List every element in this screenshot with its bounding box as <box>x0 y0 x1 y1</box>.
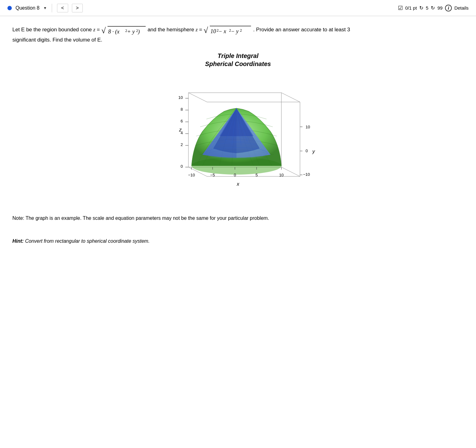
svg-text:√: √ <box>204 26 208 35</box>
svg-text:6: 6 <box>181 119 183 123</box>
retry-icon: ↻ <box>419 5 423 11</box>
graph-svg-wrapper: z 10 8 6 4 2 0 −10 −5 0 5 10 <box>157 74 319 204</box>
svg-line-24 <box>188 93 207 102</box>
svg-text:0: 0 <box>306 149 308 153</box>
problem-intro: Let E be the region bounded cone z = <box>12 27 101 33</box>
svg-text:−10: −10 <box>303 172 310 177</box>
question-dot-icon <box>7 6 12 10</box>
svg-text:10: 10 <box>178 95 183 100</box>
svg-text:8: 8 <box>181 107 183 112</box>
eq2: √ 10 2 − x 2 − y 2 <box>204 27 253 33</box>
svg-text:10: 10 <box>279 173 284 177</box>
info-icon[interactable]: i <box>445 5 452 11</box>
score-checkbox-icon: ☑ <box>398 5 403 11</box>
svg-text:5: 5 <box>255 173 258 177</box>
nav-divider <box>52 4 52 12</box>
svg-text:√: √ <box>101 26 106 35</box>
svg-line-19 <box>281 93 300 102</box>
score-text: 0/1 pt <box>405 5 417 11</box>
retry-count: 5 <box>426 5 428 11</box>
header: Question 8 ▼ < > ☑ 0/1 pt ↻ 5 ↻ 99 i Det… <box>0 0 476 16</box>
graph-container: z 10 8 6 4 2 0 −10 −5 0 5 10 <box>12 74 464 204</box>
question-label: Question 8 <box>15 5 39 11</box>
details-button[interactable]: Details <box>454 5 469 11</box>
svg-text:0: 0 <box>181 164 183 169</box>
note-content: Note: The graph is an example. The scale… <box>12 215 269 221</box>
y-axis-label: y <box>312 149 315 154</box>
svg-text:10: 10 <box>306 125 310 129</box>
nav-back-button[interactable]: < <box>57 4 68 12</box>
svg-text:): ) <box>138 29 140 35</box>
hint-text: Hint: Convert from rectangular to spheri… <box>12 237 291 245</box>
svg-text:− y: − y <box>231 28 239 34</box>
svg-text:+ y: + y <box>127 29 135 35</box>
eq1: √ 8 · (x 2 + y 2 ) <box>101 27 148 33</box>
svg-line-20 <box>281 167 300 176</box>
and-hemisphere: and the hemisphere z = <box>148 27 204 33</box>
attempt-count: 99 <box>437 5 443 11</box>
attempt-icon: ↻ <box>431 5 435 11</box>
svg-text:2: 2 <box>240 28 242 33</box>
hint-label: Hint: <box>12 238 24 244</box>
svg-text:10: 10 <box>210 28 216 34</box>
graph-title-line1: Triple Integral <box>12 52 464 60</box>
header-left: Question 8 ▼ < > <box>7 4 83 12</box>
question-dropdown-icon[interactable]: ▼ <box>43 6 47 10</box>
3d-graph-svg: z 10 8 6 4 2 0 −10 −5 0 5 10 <box>157 74 319 204</box>
x-axis-label: x <box>236 181 240 187</box>
nav-forward-button[interactable]: > <box>72 4 83 12</box>
main-content: Let E be the region bounded cone z = √ 8… <box>0 16 476 258</box>
problem-statement: Let E be the region bounded cone z = √ 8… <box>12 25 353 44</box>
note-text: Note: The graph is an example. The scale… <box>12 214 338 222</box>
svg-text:0: 0 <box>234 173 236 177</box>
svg-text:4: 4 <box>181 131 183 135</box>
svg-text:2: 2 <box>181 142 183 147</box>
header-right: ☑ 0/1 pt ↻ 5 ↻ 99 i Details <box>398 5 469 11</box>
svg-text:−10: −10 <box>188 173 195 177</box>
svg-text:− x: − x <box>218 28 226 34</box>
eq1-svg: √ 8 · (x 2 + y 2 ) <box>101 25 146 36</box>
graph-title: Triple Integral Spherical Coordinates <box>12 52 464 68</box>
hint-content: Convert from rectangular to spherical co… <box>24 238 149 244</box>
eq2-svg: √ 10 2 − x 2 − y 2 <box>204 25 252 35</box>
graph-title-line2: Spherical Coordinates <box>12 60 464 68</box>
svg-text:−5: −5 <box>210 173 215 177</box>
svg-text:8 · (x: 8 · (x <box>108 29 119 35</box>
